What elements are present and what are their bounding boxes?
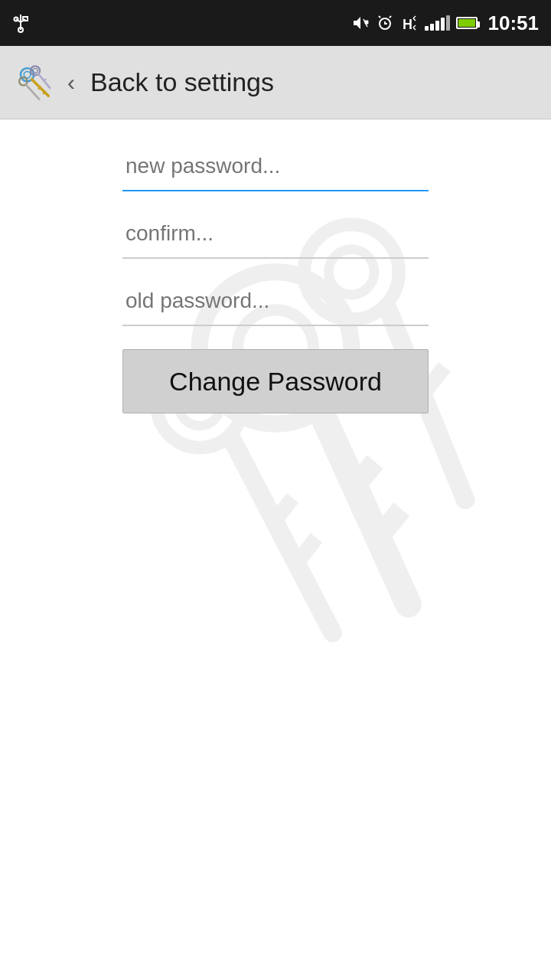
svg-rect-4: [23, 17, 28, 21]
svg-line-43: [295, 537, 317, 566]
svg-line-41: [233, 441, 332, 632]
old-password-input[interactable]: [122, 277, 429, 326]
alarm-icon: [376, 14, 394, 32]
mute-icon: [351, 14, 370, 32]
change-password-button[interactable]: Change Password: [122, 349, 429, 413]
svg-line-32: [314, 395, 409, 604]
svg-line-29: [26, 84, 39, 99]
sync-icon: H: [400, 14, 419, 32]
back-to-settings-label[interactable]: Back to settings: [90, 67, 274, 97]
back-arrow-icon: ‹: [67, 70, 75, 96]
usb-icon: [12, 13, 29, 33]
status-right-icons: H 10:51: [351, 11, 540, 35]
status-bar: H 10:51: [0, 0, 551, 46]
new-password-input[interactable]: [122, 142, 429, 191]
battery-icon: [456, 17, 478, 29]
svg-text:H: H: [403, 17, 412, 32]
confirm-password-input[interactable]: [122, 210, 429, 259]
svg-line-27: [44, 78, 46, 80]
signal-icon: [425, 15, 450, 31]
app-icon: [15, 63, 55, 103]
svg-line-16: [413, 18, 416, 21]
svg-line-13: [390, 16, 391, 18]
top-bar[interactable]: ‹ Back to settings: [0, 46, 551, 119]
svg-line-18: [413, 25, 416, 28]
status-time: 10:51: [488, 11, 540, 35]
status-left-icons: [12, 13, 29, 33]
main-content: Change Password: [0, 119, 551, 980]
password-form: Change Password: [107, 142, 444, 413]
svg-line-12: [379, 16, 380, 18]
